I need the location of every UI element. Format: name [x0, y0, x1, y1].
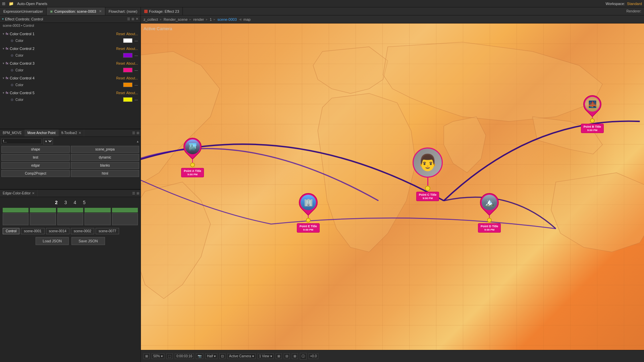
color-editor-menu-icon[interactable]: ☰	[132, 191, 135, 195]
ft-toolbar2-close[interactable]: ✕	[78, 131, 81, 135]
tab-footage[interactable]: Footage: Effect 23	[141, 7, 183, 15]
color-num-5[interactable]: 5	[83, 200, 86, 205]
label-scene-0014[interactable]: scene-0014	[46, 228, 69, 234]
swatch-3-bottom[interactable]	[57, 213, 83, 225]
status-camera-icon[interactable]: 📷	[196, 353, 203, 359]
color-num-3[interactable]: 3	[64, 200, 67, 205]
cc3-arrow[interactable]: ▾	[3, 62, 4, 65]
color-editor-expand-icon[interactable]: ⊞	[137, 191, 139, 195]
cc2-about[interactable]: About...	[126, 47, 138, 51]
cc4-dash[interactable]: —	[135, 83, 138, 87]
toolbar-dropdown[interactable]: ▾	[43, 138, 53, 144]
btn-html[interactable]: html	[71, 170, 139, 177]
cc5-about[interactable]: About...	[126, 91, 138, 95]
breadcrumb-map[interactable]: map	[244, 17, 251, 21]
status-plus[interactable]: +0.0	[309, 353, 319, 359]
label-scene-0001[interactable]: scene-0001	[21, 228, 44, 234]
status-timecode[interactable]: 0:00:03:16	[175, 353, 194, 359]
status-resolution-icon[interactable]: ⊡	[219, 353, 225, 359]
load-json-button[interactable]: Load JSON	[36, 237, 69, 245]
btn-test[interactable]: test	[1, 154, 70, 161]
breadcrumb-z-collect[interactable]: z_collect	[144, 17, 158, 21]
color-num-4[interactable]: 4	[74, 200, 76, 205]
cc2-reset[interactable]: Reset	[116, 47, 125, 51]
swatch-2-top	[30, 208, 56, 213]
status-quality[interactable]: Half ▾	[205, 353, 217, 359]
color-num-2[interactable]: 2	[55, 200, 58, 205]
auto-open-panels[interactable]: Auto-Open Panels	[17, 2, 47, 6]
breadcrumb-render-scene[interactable]: Render_scene	[164, 17, 188, 21]
status-layout-icon[interactable]: ⊞	[276, 353, 282, 359]
tab-flowchart[interactable]: Flowchart: (none)	[105, 7, 141, 15]
status-active-camera[interactable]: Active Camera ▾	[227, 353, 256, 359]
cc3-about[interactable]: About...	[126, 62, 138, 65]
cc3-swatch[interactable]	[123, 68, 132, 72]
tab-composition[interactable]: ▣ Composition: scene-0003 ✕	[47, 7, 105, 15]
toolbar-expand-icon[interactable]: ⊞	[137, 131, 139, 135]
breadcrumb-scene-0003[interactable]: scene-0003	[217, 17, 237, 21]
swatch-5-bottom[interactable]	[112, 213, 138, 225]
cc4-sub-row: ◎ Color —	[3, 81, 138, 88]
swatch-4-bottom[interactable]	[85, 213, 110, 225]
breadcrumb-1[interactable]: 1	[210, 17, 212, 21]
cc3-color-icon: ◎	[11, 68, 13, 72]
panel-close-btn[interactable]: ✕	[136, 17, 139, 21]
toolbar-search-input[interactable]	[1, 138, 42, 144]
cc4-about[interactable]: About...	[126, 76, 138, 80]
panel-expand-icon[interactable]: ⊞	[131, 17, 134, 21]
btn-edgar[interactable]: edgar	[1, 162, 70, 169]
workspace-value[interactable]: Standard	[627, 2, 642, 6]
btn-comp2project[interactable]: Comp2Project	[1, 170, 70, 177]
status-grid-icon[interactable]: ⊞	[144, 353, 150, 359]
cc2-dash[interactable]: —	[135, 54, 138, 57]
folder-icon[interactable]: 📁	[9, 1, 14, 6]
tab-expression-universalizer[interactable]: ExpressionUniversalizer	[0, 7, 47, 15]
cc1-dash[interactable]: —	[135, 39, 138, 43]
cc5-arrow[interactable]: ▾	[3, 91, 4, 95]
tab-move-anchor[interactable]: Move Anchor Point	[25, 129, 59, 136]
btn-shape[interactable]: shape	[1, 146, 70, 153]
cc1-arrow[interactable]: ▾	[3, 32, 4, 36]
cc3-reset[interactable]: Reset	[116, 62, 125, 65]
label-scene-0077[interactable]: scene-0077	[96, 228, 119, 234]
cc2-swatch[interactable]	[123, 53, 132, 58]
cc1-about[interactable]: About...	[126, 32, 138, 36]
swatch-2-bottom[interactable]	[30, 213, 56, 225]
tab-composition-close[interactable]: ✕	[99, 9, 102, 13]
toolbar-menu-icon[interactable]: ☰	[132, 131, 135, 135]
status-info[interactable]: ⓘ	[300, 353, 307, 360]
cc3-dash[interactable]: —	[135, 68, 138, 72]
btn-blanks[interactable]: blanks	[71, 162, 139, 169]
cc5-dash[interactable]: —	[135, 98, 138, 102]
cc5-reset[interactable]: Reset	[116, 91, 125, 95]
cc2-arrow[interactable]: ▾	[3, 47, 4, 50]
pin-a-label: Point A Title9:00 PM	[181, 168, 204, 177]
cc1-color-icon: ◎	[11, 39, 13, 42]
status-view[interactable]: 1 View ▾	[258, 353, 274, 359]
btn-dynamic[interactable]: dynamic	[71, 154, 139, 161]
save-json-button[interactable]: Save JSON	[71, 237, 105, 245]
panel-menu-icon[interactable]: ☰	[127, 17, 130, 21]
cc4-reset[interactable]: Reset	[116, 76, 125, 80]
cc1-fx: fx	[6, 32, 8, 36]
cc4-swatch[interactable]	[123, 82, 132, 87]
swatch-item-5	[112, 208, 138, 225]
status-frame-icon[interactable]: ⬚	[166, 353, 173, 359]
label-scene-0002[interactable]: scene-0002	[71, 228, 94, 234]
status-ruler[interactable]: ⊞	[292, 353, 298, 359]
tab-ft-toolbar2[interactable]: ft-Toolbar2 ✕	[59, 129, 84, 136]
breadcrumb-render[interactable]: render	[193, 17, 204, 21]
swatch-1-bottom[interactable]	[3, 213, 29, 225]
tab-bpm-move[interactable]: BPM_MOVE	[0, 129, 25, 136]
status-safe-frames[interactable]: ⊟	[284, 353, 290, 359]
cc4-arrow[interactable]: ▾	[3, 76, 4, 80]
cc1-swatch[interactable]	[123, 38, 132, 43]
edgar-color-editor-close[interactable]: ✕	[32, 191, 35, 195]
btn-scene-prepa[interactable]: scene_prepa	[71, 146, 139, 153]
cc1-reset[interactable]: Reset	[116, 32, 125, 36]
cc5-swatch[interactable]	[123, 97, 132, 102]
tab-edgar-color-editor[interactable]: Edgar-Color-Editor ✕	[0, 190, 38, 197]
label-control[interactable]: Control	[3, 228, 19, 234]
scroll-up-btn[interactable]: ▲	[136, 140, 139, 143]
status-zoom[interactable]: 50% ▾	[152, 353, 164, 359]
